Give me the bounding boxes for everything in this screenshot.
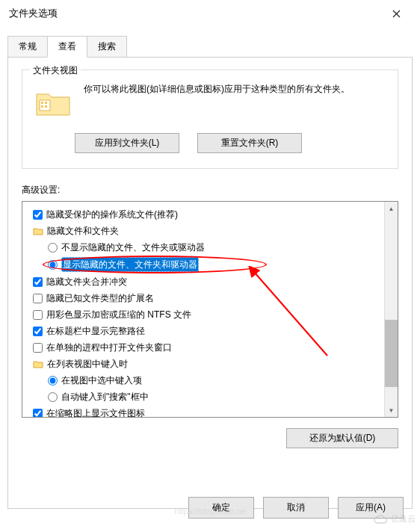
svg-rect-1: [41, 102, 43, 104]
watermark-url: https://blog.csdn.ne: [174, 507, 245, 516]
list-item[interactable]: 自动键入到"搜索"框中: [25, 389, 381, 405]
tab-view[interactable]: 查看: [47, 36, 87, 58]
tab-general[interactable]: 常规: [7, 36, 48, 58]
close-icon: [392, 10, 401, 18]
radio[interactable]: [48, 243, 58, 253]
group-title: 文件夹视图: [30, 64, 81, 77]
folder-view-desc: 你可以将此视图(如详细信息或图标)应用于这种类型的所有文件夹。: [84, 82, 350, 123]
scroll-up-button[interactable]: ▲: [385, 202, 398, 215]
titlebar: 文件夹选项: [0, 0, 420, 27]
folder-view-group: 文件夹视图 你可以将此视图(如详细信息或图标)应用于这种类型的所有文件夹。 应用…: [22, 69, 398, 169]
close-button[interactable]: [381, 2, 411, 25]
reset-folders-button[interactable]: 重置文件夹(R): [197, 133, 302, 153]
folder-view-icon: [33, 82, 73, 123]
item-label: 隐藏受保护的操作系统文件(推荐): [46, 208, 178, 221]
list-item[interactable]: 在视图中选中键入项: [25, 372, 381, 389]
list-item[interactable]: 不显示隐藏的文件、文件夹或驱动器: [25, 239, 381, 256]
scroll-track[interactable]: [385, 215, 398, 403]
list-item[interactable]: 用彩色显示加密或压缩的 NTFS 文件: [25, 306, 381, 323]
window-title: 文件夹选项: [9, 7, 381, 20]
checkbox[interactable]: [33, 343, 43, 353]
checkbox[interactable]: [33, 294, 43, 303]
item-label: 自动键入到"搜索"框中: [61, 390, 149, 403]
item-label: 在视图中选中键入项: [61, 374, 142, 387]
scroll-thumb[interactable]: [385, 320, 398, 387]
cancel-button[interactable]: 取消: [263, 497, 329, 519]
item-label: 隐藏文件和文件夹: [47, 224, 119, 238]
checkbox[interactable]: [33, 277, 43, 287]
list-item[interactable]: 在标题栏中显示完整路径: [25, 323, 381, 339]
folder-icon: [33, 359, 43, 369]
list-item-selected[interactable]: 显示隐藏的文件、文件夹和驱动器: [25, 256, 381, 273]
item-label: 在缩略图上显示文件图标: [46, 406, 145, 417]
checkbox[interactable]: [33, 210, 43, 220]
radio[interactable]: [48, 392, 58, 402]
item-label: 隐藏已知文件类型的扩展名: [46, 291, 154, 305]
svg-rect-2: [45, 102, 47, 104]
apply-to-folders-button[interactable]: 应用到文件夹(L): [75, 133, 179, 153]
list-item[interactable]: 隐藏文件夹合并冲突: [25, 273, 381, 290]
scrollbar[interactable]: ▲ ▼: [384, 202, 398, 417]
checkbox[interactable]: [33, 327, 43, 336]
item-label: 在标题栏中显示完整路径: [46, 324, 145, 338]
radio[interactable]: [48, 376, 58, 386]
item-label: 不显示隐藏的文件、文件夹或驱动器: [61, 241, 205, 254]
item-label: 显示隐藏的文件、文件夹和驱动器: [61, 257, 199, 272]
advanced-settings-label: 高级设置:: [22, 184, 398, 197]
tab-panel-view: 文件夹视图 你可以将此视图(如详细信息或图标)应用于这种类型的所有文件夹。 应用…: [7, 57, 413, 509]
list-item[interactable]: 在缩略图上显示文件图标: [25, 405, 381, 417]
advanced-settings-list: 隐藏受保护的操作系统文件(推荐) 隐藏文件和文件夹 不显示隐藏的文件、文件夹或驱…: [22, 201, 398, 418]
restore-defaults-button[interactable]: 还原为默认值(D): [286, 428, 398, 448]
item-label: 用彩色显示加密或压缩的 NTFS 文件: [46, 308, 191, 321]
cloud-icon: [373, 514, 388, 525]
tab-search[interactable]: 搜索: [87, 36, 127, 58]
tab-strip: 常规 查看 搜索: [0, 27, 420, 58]
list-item[interactable]: 在单独的进程中打开文件夹窗口: [25, 339, 381, 356]
item-label: 在单独的进程中打开文件夹窗口: [46, 341, 172, 354]
radio[interactable]: [48, 260, 58, 270]
item-label: 在列表视图中键入时: [47, 357, 128, 371]
svg-rect-4: [45, 105, 47, 108]
checkbox[interactable]: [33, 409, 43, 418]
list-item[interactable]: 隐藏文件和文件夹: [25, 223, 381, 239]
watermark-brand: 亿速云: [373, 513, 416, 525]
list-item[interactable]: 在列表视图中键入时: [25, 356, 381, 372]
checkbox[interactable]: [33, 310, 43, 320]
folder-icon: [33, 226, 43, 236]
svg-rect-3: [41, 105, 43, 108]
list-item[interactable]: 隐藏已知文件类型的扩展名: [25, 290, 381, 306]
scroll-down-button[interactable]: ▼: [385, 403, 398, 417]
item-label: 隐藏文件夹合并冲突: [46, 275, 127, 288]
list-item[interactable]: 隐藏受保护的操作系统文件(推荐): [25, 206, 381, 223]
